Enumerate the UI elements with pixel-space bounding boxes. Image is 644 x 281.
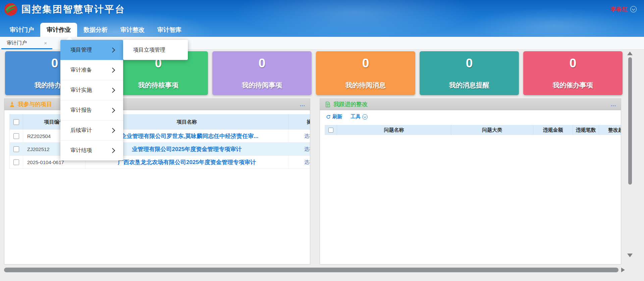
panel-more-button[interactable]: ...: [300, 103, 305, 106]
menu-item-label: 审计结项: [70, 147, 92, 154]
tools-label[interactable]: 工具: [351, 114, 361, 120]
refresh-icon: [326, 115, 331, 119]
menu-item-label: 后续审计: [70, 127, 92, 134]
tab-audit-portal[interactable]: 审计门户 ×: [1, 37, 52, 49]
nav-item-audit-work[interactable]: 审计作业: [40, 23, 77, 37]
refresh-button[interactable]: 刷新: [326, 114, 342, 120]
project-name-link[interactable]: 垦企业管理有限公司罗世东,莫咏麟同志任中经济责任审...: [115, 132, 259, 140]
menu-item-audit-report[interactable]: 审计报告: [60, 100, 123, 120]
chevron-right-icon: [110, 148, 115, 153]
chevron-right-icon: [110, 68, 115, 73]
select-all-checkbox[interactable]: [13, 119, 19, 125]
project-id: ZJ202512: [27, 146, 50, 152]
rectification-table-header: 问题名称 问题大类 违规金额 违规笔数 整改超: [325, 125, 621, 135]
stat-card-message-reminder[interactable]: 0 我的消息提醒: [420, 51, 519, 95]
user-chevron-down-icon[interactable]: [630, 6, 637, 12]
menu-item-label: 审计报告: [70, 107, 92, 114]
main-nav: 审计门户 审计作业 数据分析 审计整改 审计智库: [3, 23, 188, 37]
vertical-scrollbar-thumb[interactable]: [628, 57, 632, 185]
audit-platform-page: 国控集团智慧审计平台 李春红 审计门户 审计作业 数据分析 审计整改 审计智库 …: [0, 0, 644, 281]
chevron-right-icon: [110, 88, 115, 93]
platform-logo-icon: [4, 3, 17, 16]
stat-card-label: 我的消息提醒: [420, 81, 519, 90]
projects-table: 项目编号 项目名称 操作 RZ202504 垦企业管理有限公司罗世东,莫咏麟同志…: [9, 114, 310, 169]
project-id: 2025-0104-0617: [27, 159, 64, 165]
stat-card-pending-read-messages[interactable]: 0 我的待阅消息: [316, 51, 415, 95]
project-management-submenu: 项目立项管理: [123, 40, 188, 60]
tools-chevron-down-icon[interactable]: [362, 114, 368, 120]
menu-item-label: 审计准备: [70, 67, 92, 74]
stat-card-value: 0: [420, 56, 519, 70]
stat-card-value: 0: [212, 56, 312, 70]
project-id: RZ202504: [27, 133, 51, 139]
my-projects-panel: 我参与的项目 ... 项目编号 项目名称 操作 RZ202504 垦企业管理有限…: [4, 98, 310, 265]
tools-button[interactable]: 工具: [351, 114, 368, 120]
column-header-violation-count: 违规笔数: [573, 125, 599, 135]
app-title: 国控集团智慧审计平台: [21, 3, 125, 16]
chevron-right-icon: [110, 108, 115, 113]
person-icon: [9, 101, 15, 108]
column-header-action: 操作: [288, 115, 310, 129]
row-checkbox[interactable]: [13, 159, 19, 165]
nav-item-audit-knowledge[interactable]: 审计智库: [151, 23, 188, 37]
panel-title: 我参与的项目: [18, 100, 52, 108]
menu-item-audit-implementation[interactable]: 审计实施: [60, 80, 123, 100]
stat-card-label: 我的待阅消息: [316, 81, 415, 90]
row-checkbox[interactable]: [13, 146, 19, 152]
project-name-link[interactable]: 业管理有限公司2025年度资金管理专项审计: [132, 145, 242, 153]
project-row: 2025-0104-0617 广西农垦龙北农场有限公司2025年度资金管理专项审…: [9, 156, 310, 169]
user-menu[interactable]: 李春红: [610, 5, 637, 13]
scroll-right-arrow[interactable]: [621, 268, 625, 272]
stat-card-label: 我的待阅事项: [212, 81, 312, 90]
my-projects-panel-header: 我参与的项目 ...: [4, 99, 310, 110]
nav-item-audit-portal[interactable]: 审计门户: [3, 23, 40, 37]
menu-item-audit-closing[interactable]: 审计结项: [60, 140, 123, 160]
row-checkbox[interactable]: [13, 133, 19, 139]
project-row: RZ202504 垦企业管理有限公司罗世东,莫咏麟同志任中经济责任审... 选项…: [9, 130, 310, 143]
select-project-link[interactable]: 选项目: [304, 133, 310, 139]
column-header-issue-name: 问题名称: [337, 125, 451, 135]
submenu-item-project-initiation[interactable]: 项目立项管理: [133, 47, 165, 54]
select-project-link[interactable]: 选项目: [304, 146, 310, 152]
tab-label[interactable]: 审计门户: [7, 40, 27, 46]
tab-close-icon[interactable]: ×: [44, 40, 47, 46]
rectification-panel: 我跟进的整改 ... 刷新 工具 问题名称 问题大类 违规金额 违: [320, 98, 621, 265]
audit-work-dropdown-menu: 项目管理 审计准备 审计实施 审计报告 后续审计 审计结项: [60, 40, 123, 160]
chevron-right-icon: [110, 128, 115, 133]
brand: 国控集团智慧审计平台: [4, 3, 125, 16]
column-header-issue-category: 问题大类: [451, 125, 533, 135]
horizontal-scrollbar[interactable]: [0, 267, 644, 274]
horizontal-scrollbar-thumb[interactable]: [4, 268, 619, 272]
menu-item-label: 审计实施: [70, 87, 92, 94]
rectification-table: 问题名称 问题大类 违规金额 违规笔数 整改超: [325, 125, 621, 135]
projects-table-header: 项目编号 项目名称 操作: [9, 114, 310, 130]
scroll-up-arrow[interactable]: [627, 52, 633, 55]
menu-item-audit-preparation[interactable]: 审计准备: [60, 60, 123, 80]
stat-card-label: 我的待核事项: [109, 81, 208, 90]
select-all-checkbox[interactable]: [328, 128, 333, 133]
select-project-link[interactable]: 选项目: [304, 159, 310, 165]
menu-item-follow-up-audit[interactable]: 后续审计: [60, 120, 123, 140]
rectification-panel-header: 我跟进的整改 ...: [320, 99, 621, 110]
nav-item-audit-rectification[interactable]: 审计整改: [114, 23, 151, 37]
panel-more-button[interactable]: ...: [611, 103, 616, 106]
menu-item-project-management[interactable]: 项目管理: [60, 40, 123, 60]
stat-card-urge-items[interactable]: 0 我的催办事项: [523, 51, 623, 95]
panel-title: 我跟进的整改: [333, 100, 368, 108]
stat-card-value: 0: [523, 56, 623, 70]
project-name-link[interactable]: 广西农垦龙北农场有限公司2025年度资金管理专项审计: [118, 158, 256, 166]
user-name[interactable]: 李春红: [610, 5, 628, 13]
stat-card-value: 0: [316, 56, 415, 70]
rectification-toolbar: 刷新 工具: [326, 114, 368, 120]
project-row: ZJ202512 业管理有限公司2025年度资金管理专项审计 选项目: [9, 143, 310, 156]
stat-card-pending-read-items[interactable]: 0 我的待阅事项: [212, 51, 312, 95]
refresh-label[interactable]: 刷新: [332, 114, 342, 120]
vertical-scrollbar[interactable]: [627, 50, 633, 266]
document-clock-icon: [325, 101, 331, 108]
scroll-down-arrow[interactable]: [627, 254, 633, 257]
chevron-right-icon: [110, 47, 115, 53]
nav-item-data-analysis[interactable]: 数据分析: [77, 23, 114, 37]
menu-item-label: 项目管理: [70, 47, 92, 54]
column-header-rectification-overdue: 整改超: [599, 125, 621, 135]
stat-card-label: 我的催办事项: [523, 81, 623, 90]
